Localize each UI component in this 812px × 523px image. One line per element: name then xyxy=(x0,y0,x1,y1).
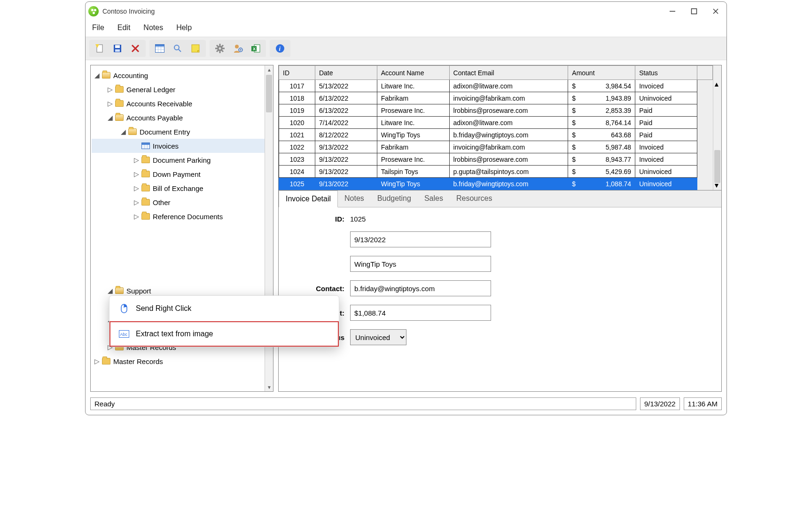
toolbar: X i xyxy=(86,37,726,60)
status-ready: Ready xyxy=(90,397,636,410)
abc-icon: Abc xyxy=(119,330,129,338)
col-email[interactable]: Contact Email xyxy=(449,66,568,80)
note-icon[interactable] xyxy=(189,42,202,55)
tree-item[interactable]: Down Payment xyxy=(92,167,265,181)
table-row[interactable]: 10186/13/2022Fabrikaminvoicing@fabrikam.… xyxy=(279,92,713,104)
menu-help[interactable]: Help xyxy=(176,24,192,32)
ctx-extract-text[interactable]: Abc Extract text from image xyxy=(109,321,339,347)
svg-point-16 xyxy=(219,48,221,50)
tree-item[interactable]: Document Parking xyxy=(92,153,265,167)
close-button[interactable] xyxy=(712,8,719,15)
scroll-thumb[interactable] xyxy=(266,75,272,112)
table-row[interactable]: 10196/13/2022Proseware Inc.lrobbins@pros… xyxy=(279,104,713,117)
tab-bar: Invoice Detail Notes Budgeting Sales Res… xyxy=(279,190,721,207)
svg-text:X: X xyxy=(253,47,256,51)
svg-rect-8 xyxy=(115,49,120,52)
scroll-thumb[interactable] xyxy=(714,150,720,183)
col-status[interactable]: Status xyxy=(635,66,697,80)
tab-budgeting[interactable]: Budgeting xyxy=(371,190,418,207)
context-menu: Send Right Click Abc Extract text from i… xyxy=(109,295,339,347)
date-field[interactable] xyxy=(350,231,491,247)
status-time: 11:36 AM xyxy=(684,397,722,410)
table-row[interactable]: 10207/14/2022Litware Inc.adixon@litware.… xyxy=(279,117,713,129)
svg-rect-1 xyxy=(692,9,697,14)
menu-edit[interactable]: Edit xyxy=(117,24,131,32)
col-spacer xyxy=(697,66,712,80)
contact-label: Contact: xyxy=(297,285,344,293)
col-amount[interactable]: Amount xyxy=(568,66,635,80)
menu-notes[interactable]: Notes xyxy=(143,24,163,32)
new-document-icon[interactable] xyxy=(93,42,106,55)
delete-icon[interactable] xyxy=(129,42,142,55)
svg-line-12 xyxy=(179,49,181,52)
col-date[interactable]: Date xyxy=(315,66,377,80)
id-label: ID: xyxy=(297,215,344,223)
tree-item[interactable]: Accounts Receivable xyxy=(92,96,265,111)
app-icon xyxy=(88,6,99,16)
gear-icon[interactable] xyxy=(213,42,226,55)
svg-line-22 xyxy=(222,50,223,52)
status-date: 9/13/2022 xyxy=(640,397,680,410)
status-select[interactable]: Uninvoiced xyxy=(350,329,406,345)
scroll-down-icon[interactable]: ▼ xyxy=(713,182,720,189)
tab-invoice-detail[interactable]: Invoice Detail xyxy=(279,190,338,207)
mouse-icon xyxy=(119,303,129,314)
save-icon[interactable] xyxy=(111,42,124,55)
tree-root-accounting[interactable]: Accounting xyxy=(92,68,265,82)
tab-sales[interactable]: Sales xyxy=(418,190,450,207)
maximize-button[interactable] xyxy=(691,8,697,15)
id-value: 1025 xyxy=(350,215,366,223)
detail-panel: Invoice Detail Notes Budgeting Sales Res… xyxy=(278,190,722,392)
tree-item-accounts-payable[interactable]: Accounts Payable xyxy=(92,111,265,125)
svg-line-23 xyxy=(222,45,223,47)
svg-text:i: i xyxy=(279,45,281,52)
tree-item[interactable]: Bill of Exchange xyxy=(92,181,265,195)
status-bar: Ready 9/13/2022 11:36 AM xyxy=(86,395,726,415)
tab-notes[interactable]: Notes xyxy=(338,190,371,207)
scroll-up-icon[interactable]: ▲ xyxy=(265,65,273,74)
svg-rect-7 xyxy=(115,45,120,48)
info-icon[interactable]: i xyxy=(273,42,287,55)
table-row[interactable]: 10175/13/2022Litware Inc.adixon@litware.… xyxy=(279,80,713,92)
grid-header-row[interactable]: ID Date Account Name Contact Email Amoun… xyxy=(279,66,713,80)
menu-file[interactable]: File xyxy=(92,24,104,32)
app-window: Contoso Invoicing File Edit Notes Help X xyxy=(85,1,727,415)
tree-root-master-records[interactable]: Master Records xyxy=(92,354,265,368)
invoice-grid[interactable]: ID Date Account Name Contact Email Amoun… xyxy=(278,65,722,190)
account-field[interactable] xyxy=(350,256,491,272)
tree-item-invoices[interactable]: Invoices xyxy=(92,139,265,153)
table-row[interactable]: 10239/13/2022Proseware Inc.lrobbins@pros… xyxy=(279,153,713,166)
table-row[interactable]: 10249/13/2022Tailspin Toysp.gupta@tailsp… xyxy=(279,166,713,178)
menubar: File Edit Notes Help xyxy=(86,21,726,37)
titlebar: Contoso Invoicing xyxy=(86,2,726,21)
table-row[interactable]: 10229/13/2022Fabrikaminvoicing@fabrikam.… xyxy=(279,141,713,153)
ctx-send-right-click[interactable]: Send Right Click xyxy=(109,296,339,321)
col-account[interactable]: Account Name xyxy=(377,66,449,80)
contact-field[interactable] xyxy=(350,280,491,296)
user-icon[interactable] xyxy=(231,42,244,55)
window-title: Contoso Invoicing xyxy=(102,8,155,15)
scroll-up-icon[interactable]: ▲ xyxy=(713,80,720,88)
table-row[interactable]: 10218/12/2022WingTip Toysb.friday@wingti… xyxy=(279,129,713,141)
svg-point-11 xyxy=(174,45,179,50)
excel-icon[interactable]: X xyxy=(249,42,262,55)
tree-item[interactable]: Other xyxy=(92,195,265,209)
svg-text:Abc: Abc xyxy=(120,332,128,337)
table-row[interactable]: 10259/13/2022WingTip Toysb.friday@wingti… xyxy=(279,178,713,190)
svg-line-24 xyxy=(217,50,218,52)
amount-field[interactable] xyxy=(350,305,491,321)
svg-line-21 xyxy=(217,45,218,47)
minimize-button[interactable] xyxy=(669,8,676,15)
tree-item-document-entry[interactable]: Document Entry xyxy=(92,125,265,139)
tree-item[interactable]: General Ledger xyxy=(92,82,265,96)
grid-icon[interactable] xyxy=(153,42,166,55)
search-icon[interactable] xyxy=(171,42,184,55)
col-id[interactable]: ID xyxy=(279,66,315,80)
scroll-down-icon[interactable]: ▼ xyxy=(265,383,273,391)
tab-resources[interactable]: Resources xyxy=(450,190,499,207)
tree-item[interactable]: Reference Documents xyxy=(92,209,265,223)
grid-scrollbar[interactable]: ▲ ▼ xyxy=(713,65,721,190)
svg-point-25 xyxy=(235,45,239,48)
